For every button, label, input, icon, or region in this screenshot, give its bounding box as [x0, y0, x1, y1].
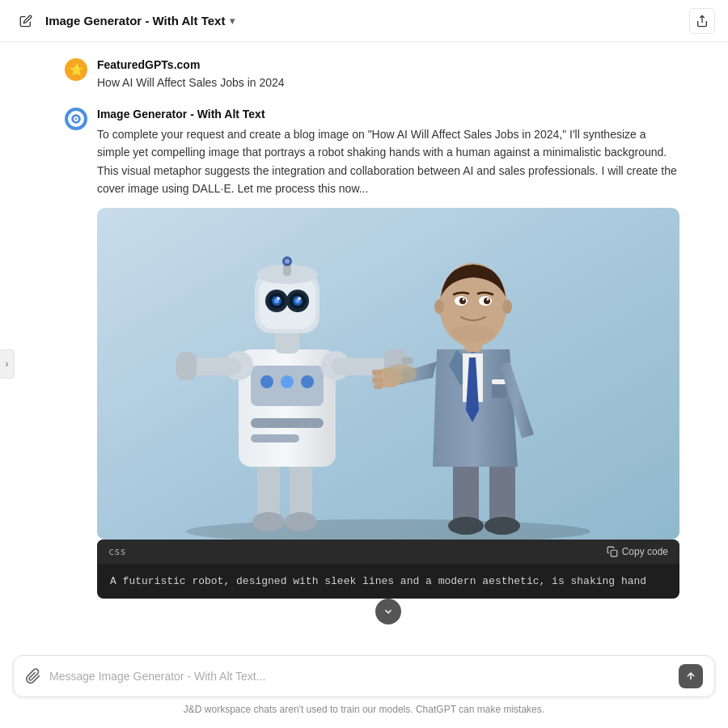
svg-rect-16	[251, 434, 299, 442]
scroll-down-button[interactable]	[375, 599, 401, 624]
copy-code-label: Copy code	[622, 546, 668, 557]
send-button[interactable]	[679, 664, 703, 688]
svg-point-9	[285, 512, 317, 531]
svg-point-64	[502, 299, 512, 314]
user-name: FeaturedGPTs.com	[97, 58, 285, 71]
ai-name: Image Generator - With Alt Text	[97, 108, 679, 121]
title-text: Image Generator - With Alt Text	[45, 14, 225, 28]
generated-image	[97, 208, 679, 540]
svg-rect-42	[176, 352, 197, 380]
svg-rect-51	[372, 370, 382, 375]
header-left: Image Generator - With Alt Text ▾	[13, 8, 235, 34]
ai-message-content: Image Generator - With Alt Text To compl…	[97, 108, 679, 633]
svg-rect-21	[401, 358, 413, 364]
star-icon: ⭐	[70, 63, 83, 76]
user-avatar: ⭐	[65, 58, 87, 81]
svg-rect-66	[611, 550, 617, 557]
ai-avatar	[65, 108, 87, 130]
svg-rect-53	[374, 384, 383, 389]
user-message: ⭐ FeaturedGPTs.com How AI Will Affect Sa…	[65, 58, 679, 91]
edit-button[interactable]	[13, 8, 39, 34]
svg-point-12	[260, 375, 273, 388]
user-message-text: How AI Will Affect Sales Jobs in 2024	[97, 74, 285, 91]
attach-button[interactable]	[25, 668, 41, 684]
code-block: css Copy code A futuristic robot, design…	[97, 540, 679, 599]
chevron-down-icon: ▾	[230, 15, 235, 27]
svg-point-46	[485, 517, 520, 535]
code-text: A futuristic robot, designed with sleek …	[110, 575, 646, 587]
ai-message-text: To complete your request and create a bl…	[97, 125, 679, 198]
copy-code-button[interactable]: Copy code	[607, 546, 668, 557]
code-content: A futuristic robot, designed with sleek …	[97, 564, 679, 599]
svg-point-62	[487, 298, 489, 300]
ai-avatar-inner	[68, 111, 84, 127]
svg-point-54	[384, 364, 417, 383]
svg-rect-49	[492, 379, 506, 384]
input-box	[13, 655, 715, 697]
svg-rect-52	[372, 378, 383, 383]
code-block-header: css Copy code	[97, 540, 679, 564]
svg-point-61	[463, 298, 465, 300]
svg-point-45	[448, 517, 484, 535]
svg-point-63	[434, 299, 444, 314]
svg-point-13	[281, 375, 294, 388]
user-message-body: FeaturedGPTs.com How AI Will Affect Sale…	[97, 58, 285, 91]
app-header: Image Generator - With Alt Text ▾	[0, 0, 728, 42]
svg-point-40	[285, 259, 290, 264]
message-input[interactable]	[49, 670, 671, 683]
svg-point-14	[301, 375, 314, 388]
svg-rect-15	[251, 418, 324, 428]
code-language-label: css	[108, 546, 126, 557]
ai-message: Image Generator - With Alt Text To compl…	[65, 108, 679, 633]
input-area: J&D workspace chats aren't used to train…	[0, 647, 728, 728]
page-title: Image Generator - With Alt Text ▾	[45, 14, 235, 28]
main-content: ⭐ FeaturedGPTs.com How AI Will Affect Sa…	[0, 42, 728, 647]
svg-point-8	[252, 512, 285, 531]
svg-point-35	[277, 297, 280, 300]
footer-disclaimer: J&D workspace chats aren't used to train…	[13, 704, 715, 715]
svg-point-65	[451, 325, 496, 341]
svg-point-36	[298, 297, 301, 300]
svg-point-3	[75, 118, 77, 120]
share-button[interactable]	[689, 8, 715, 34]
